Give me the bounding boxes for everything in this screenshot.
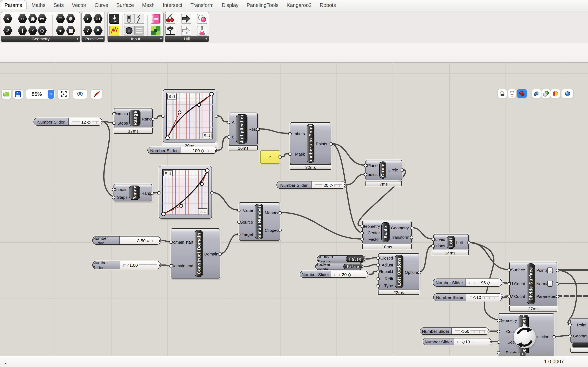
arrow-light-icon[interactable] <box>181 26 191 35</box>
slider-value[interactable]: ○1.00 <box>126 263 139 267</box>
ribbon-group-label[interactable]: Util▾ <box>165 36 209 42</box>
display-ghost-button[interactable] <box>498 89 507 98</box>
menu-tab-curve[interactable]: Curve <box>90 0 112 10</box>
cherry-icon[interactable] <box>165 14 175 24</box>
decimal-icon[interactable]: 0.1 <box>93 14 103 24</box>
preview-button[interactable] <box>73 90 87 99</box>
tree-icon[interactable] <box>165 26 175 35</box>
menu-tab-display[interactable]: Display <box>218 0 242 10</box>
slider-value[interactable]: 96 ◇ <box>480 280 492 285</box>
output-nub[interactable] <box>151 117 154 121</box>
display-wireframe-button[interactable] <box>508 89 516 98</box>
component-capsule[interactable]: Range <box>130 110 140 126</box>
text-icon[interactable]: A <box>93 26 103 35</box>
slider-value[interactable]: ◇10 <box>472 295 483 300</box>
input-nub[interactable] <box>169 264 172 267</box>
output-nub[interactable] <box>210 191 214 194</box>
component-capsule[interactable]: Remap Numbers <box>255 204 264 239</box>
geometry-x-icon[interactable]: × <box>3 14 13 24</box>
loft[interactable]: LoftCurvesOptionsLoft <box>433 234 469 250</box>
knob-icon[interactable] <box>124 26 134 35</box>
chevron-down-icon[interactable]: ▾ <box>101 36 103 42</box>
input-nub[interactable] <box>376 284 380 287</box>
zoom-extents-button[interactable] <box>58 90 69 99</box>
snowflake-icon[interactable]: ⊛ <box>66 14 76 24</box>
loft-options[interactable]: Loft OptionsClosedAdjustRebuildRefitType… <box>378 253 419 290</box>
slider-track[interactable]: ○1.00 <box>120 261 160 269</box>
output-nub[interactable] <box>401 168 404 172</box>
input-nub[interactable] <box>376 257 380 260</box>
menu-tab-vector[interactable]: Vector <box>68 0 90 10</box>
toggle-value[interactable]: False <box>344 264 362 269</box>
chevron-down-icon[interactable]: ▾ <box>48 90 54 99</box>
menu-tab-intersect[interactable]: Intersect <box>159 0 186 10</box>
input-nub[interactable] <box>112 112 116 115</box>
edge-component[interactable]: PointGeometry <box>571 318 588 343</box>
slider-value[interactable]: 100 ◇ <box>191 148 205 153</box>
input-nub[interactable] <box>361 231 364 234</box>
spiral-icon[interactable]: ◉ <box>28 14 38 24</box>
number-slider-96[interactable]: Number Slider96 ◇ <box>433 278 502 287</box>
display-blue-button[interactable] <box>562 89 573 98</box>
component-capsule[interactable]: Divide Surface <box>527 263 535 304</box>
remap-numbers[interactable]: Remap NumbersValueSourceTargetMappedClip… <box>239 202 280 241</box>
canvas-hscrollbar[interactable] <box>499 353 549 356</box>
output-nub[interactable] <box>556 269 559 272</box>
panel-z[interactable]: z <box>260 150 280 164</box>
input-nub[interactable] <box>497 330 500 333</box>
input-nub[interactable] <box>364 173 367 176</box>
component-capsule[interactable]: Scale <box>381 222 390 242</box>
ribbon-group-label[interactable]: Geometry▾ <box>1 36 80 42</box>
scrollbar-grip[interactable] <box>520 352 525 356</box>
input-nub[interactable] <box>432 244 435 248</box>
input-nub[interactable] <box>497 341 500 344</box>
number-slider-50[interactable]: Number Slider◇50 <box>420 327 489 335</box>
slider-value[interactable]: 12 ◇ <box>80 119 92 124</box>
input-nub[interactable] <box>376 263 380 267</box>
output-nub[interactable] <box>556 282 559 285</box>
slider-icon[interactable] <box>109 14 119 24</box>
surface-icon[interactable]: ▭ <box>37 14 47 24</box>
slider-value[interactable]: ◇50 <box>460 329 471 334</box>
toggle-value[interactable]: False <box>346 256 365 262</box>
slider-track[interactable]: 3.50 ○ <box>120 236 160 244</box>
slider-track[interactable]: 96 ◇ <box>466 279 502 286</box>
input-nub[interactable] <box>508 268 511 272</box>
number-slider-100f[interactable]: Number Slider○1.00 <box>92 261 161 269</box>
output-nub[interactable] <box>151 192 154 195</box>
display-mesh-button[interactable] <box>532 89 541 98</box>
component-capsule[interactable]: Circle <box>379 161 387 179</box>
input-nub[interactable] <box>227 121 230 124</box>
output-nub[interactable] <box>556 295 559 298</box>
spheres-icon[interactable] <box>197 14 207 24</box>
sketch-button[interactable] <box>91 90 102 99</box>
input-nub[interactable] <box>508 295 511 298</box>
mesh-icon[interactable]: ▦ <box>66 26 76 35</box>
multiplication[interactable]: MultiplicationABResult <box>229 113 258 145</box>
open-button[interactable] <box>2 90 11 99</box>
input-nub[interactable] <box>361 225 364 228</box>
component-capsule[interactable]: Construct Domain <box>195 230 203 277</box>
point-icon[interactable]: ◇ <box>37 26 47 35</box>
jitter-icon[interactable] <box>134 14 144 24</box>
menu-tab-panelingtools[interactable]: PanelingTools <box>242 0 283 10</box>
output-nub[interactable] <box>467 241 470 244</box>
menu-tab-sets[interactable]: Sets <box>49 0 68 10</box>
output-nub[interactable] <box>278 155 282 159</box>
component-capsule[interactable]: Numbers to Points <box>306 124 315 163</box>
sphere-icon[interactable]: ● <box>56 26 65 35</box>
display-green-button[interactable] <box>541 89 550 98</box>
slider-track[interactable]: ◇10 <box>454 338 491 345</box>
box-icon[interactable]: □ <box>56 14 65 24</box>
input-nub[interactable] <box>157 191 160 194</box>
expand-arrow-button[interactable]: ↓ <box>547 281 553 287</box>
input-nub[interactable] <box>288 132 292 135</box>
boolean-toggle-1[interactable]: Boolean ToggleFalse <box>317 255 365 263</box>
slider-track[interactable]: ◇50 <box>451 328 489 334</box>
input-nub[interactable] <box>237 221 241 224</box>
output-nub[interactable] <box>278 229 282 232</box>
circle[interactable]: CirclePlaneRadiusCircle <box>365 160 402 180</box>
output-nub[interactable] <box>278 211 282 215</box>
component-capsule[interactable]: Range <box>129 185 140 200</box>
slider-value[interactable]: ◇10 <box>461 339 471 344</box>
